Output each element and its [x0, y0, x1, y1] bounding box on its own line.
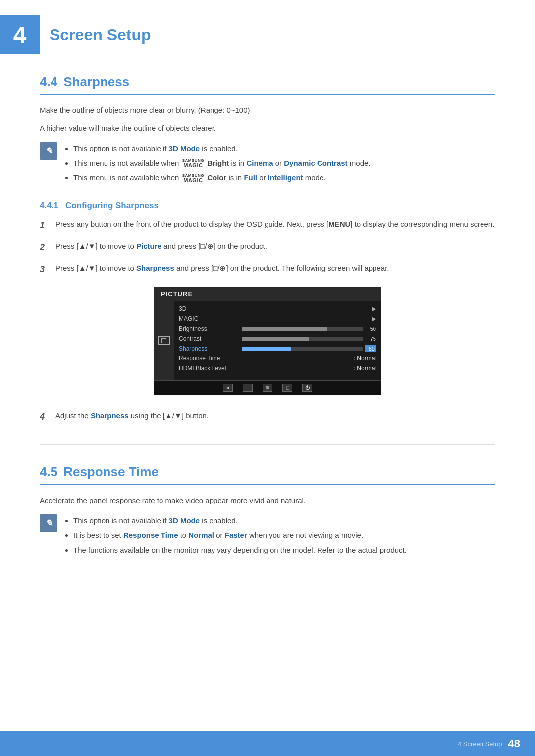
chapter-title: Screen Setup: [50, 26, 151, 44]
osd-sidebar-icon-inner: [161, 338, 166, 343]
osd-row-response: Response Time : Normal: [174, 353, 381, 363]
page-footer: 4 Screen Setup 48: [0, 731, 535, 756]
note-icon-4-5: ✎: [40, 514, 57, 532]
step-4-text: Adjust the Sharpness using the [▲/▼] but…: [55, 410, 495, 422]
section-4-5-number: 4.5: [40, 464, 57, 480]
osd-label-magic: MAGIC: [179, 315, 238, 322]
section-4-5-header: 4.5 Response Time: [40, 464, 495, 485]
section-4-4-number: 4.4: [40, 74, 57, 90]
step-4-wrapper: 4 Adjust the Sharpness using the [▲/▼] b…: [40, 410, 495, 424]
osd-label-3d: 3D: [179, 305, 238, 312]
osd-bar-bg-brightness: [242, 327, 363, 331]
osd-bar-sharpness: 60: [242, 345, 376, 352]
osd-body: 3D ▶ MAGIC ▶ Brightness: [154, 301, 381, 380]
osd-sidebar: [154, 301, 174, 380]
chapter-number-box: 4: [0, 15, 40, 54]
osd-bar-fill-brightness: [242, 327, 327, 331]
note-4-5-item-2: It is best to set Response Time to Norma…: [73, 529, 407, 542]
step-1-num: 1: [40, 218, 50, 233]
note-item-2: This menu is not available when SAMSUNG …: [73, 157, 370, 170]
osd-bar-bg-sharpness: [242, 347, 363, 351]
osd-btn-3: ⊞: [263, 384, 272, 392]
osd-btn-1: ◄: [223, 384, 233, 392]
osd-arrow-magic: ▶: [372, 315, 376, 322]
osd-row-sharpness: Sharpness 60: [174, 344, 381, 353]
osd-btn-2: —: [243, 384, 253, 392]
osd-bar-fill-sharpness: [242, 347, 291, 351]
osd-row-contrast: Contrast 75: [174, 334, 381, 344]
osd-row-3d: 3D ▶: [174, 304, 381, 314]
osd-btn-4: ◻: [282, 384, 292, 392]
osd-bottom: ◄ — ⊞ ◻ ⏻: [154, 380, 381, 395]
osd-screen: PICTURE 3D ▶: [154, 287, 381, 395]
step-1: 1 Press any button on the front of the p…: [40, 218, 495, 233]
section-4-4-header: 4.4 Sharpness: [40, 74, 495, 95]
footer-page-number: 48: [508, 737, 520, 750]
note-item-1: This option is not available if 3D Mode …: [73, 142, 370, 155]
subsection-4-4-1-header: 4.4.1 Configuring Sharpness: [40, 201, 495, 211]
note-icon-4-4: ✎: [40, 142, 57, 160]
osd-label-response: Response Time: [179, 355, 238, 362]
content-area: 4.4 Sharpness Make the outline of object…: [0, 74, 535, 607]
note-box-4-4: ✎ This option is not available if 3D Mod…: [40, 142, 495, 186]
osd-row-magic: MAGIC ▶: [174, 314, 381, 324]
osd-bar-contrast: 75: [242, 336, 376, 342]
note-item-3: This menu is not available when SAMSUNG …: [73, 171, 370, 184]
step-3-num: 3: [40, 262, 50, 277]
section-4-4: 4.4 Sharpness Make the outline of object…: [40, 74, 495, 424]
note-box-4-5: ✎ This option is not available if 3D Mod…: [40, 514, 495, 558]
osd-arrow-3d: ▶: [372, 305, 376, 312]
subsection-title: Configuring Sharpness: [65, 201, 159, 210]
note-4-5-item-1: This option is not available if 3D Mode …: [73, 514, 407, 527]
osd-label-contrast: Contrast: [179, 335, 238, 342]
osd-bar-brightness: 50: [242, 326, 376, 332]
osd-val-hdmi: : Normal: [354, 365, 376, 372]
osd-label-brightness: Brightness: [179, 325, 238, 332]
steps-list: 1 Press any button on the front of the p…: [40, 218, 495, 277]
osd-num-brightness: 50: [365, 326, 376, 332]
osd-label-hdmi: HDMI Black Level: [179, 365, 238, 372]
step-2-text: Press [▲/▼] to move to Picture and press…: [55, 240, 495, 252]
note-list-4-5: This option is not available if 3D Mode …: [63, 514, 407, 558]
section-4-4-desc1: Make the outline of objects more clear o…: [40, 104, 495, 116]
osd-num-contrast: 75: [365, 336, 376, 342]
chapter-header: 4 Screen Setup: [0, 0, 535, 54]
note-4-5-item-3: The functions available on the monitor m…: [73, 544, 407, 556]
note-list-4-4: This option is not available if 3D Mode …: [63, 142, 370, 186]
step-4: 4 Adjust the Sharpness using the [▲/▼] b…: [40, 410, 495, 424]
step-2: 2 Press [▲/▼] to move to Picture and pre…: [40, 240, 495, 254]
osd-row-hdmi: HDMI Black Level : Normal: [174, 363, 381, 373]
step-3: 3 Press [▲/▼] to move to Sharpness and p…: [40, 262, 495, 277]
osd-bar-bg-contrast: [242, 337, 363, 341]
section-4-4-title: Sharpness: [63, 74, 129, 90]
subsection-number: 4.4.1: [40, 201, 58, 210]
osd-label-sharpness: Sharpness: [179, 345, 238, 352]
section-4-5-title: Response Time: [63, 464, 159, 480]
section-4-5-desc1: Accelerate the panel response rate to ma…: [40, 495, 495, 506]
chapter-number: 4: [13, 21, 27, 49]
step-2-num: 2: [40, 240, 50, 254]
samsung-magic-logo-1: SAMSUNG MAGIC: [182, 159, 204, 168]
osd-container: PICTURE 3D ▶: [40, 287, 495, 395]
samsung-magic-logo-2: SAMSUNG MAGIC: [182, 174, 204, 183]
osd-num-sharpness: 60: [365, 345, 376, 352]
section-4-4-desc2: A higher value will make the outline of …: [40, 122, 495, 134]
osd-title-bar: PICTURE: [154, 287, 381, 301]
osd-bar-fill-contrast: [242, 337, 309, 341]
osd-sidebar-icon: [158, 336, 170, 345]
osd-val-response: : Normal: [354, 355, 376, 362]
step-4-num: 4: [40, 410, 50, 424]
osd-row-brightness: Brightness 50: [174, 324, 381, 334]
section-divider: [40, 444, 495, 445]
osd-menu: 3D ▶ MAGIC ▶ Brightness: [174, 301, 381, 380]
step-1-text: Press any button on the front of the pro…: [55, 218, 495, 230]
subsection-4-4-1: 4.4.1 Configuring Sharpness 1 Press any …: [40, 201, 495, 424]
section-4-5: 4.5 Response Time Accelerate the panel r…: [40, 464, 495, 558]
step-3-text: Press [▲/▼] to move to Sharpness and pre…: [55, 262, 495, 274]
footer-section-label: 4 Screen Setup: [458, 740, 502, 748]
osd-btn-5: ⏻: [302, 384, 312, 392]
